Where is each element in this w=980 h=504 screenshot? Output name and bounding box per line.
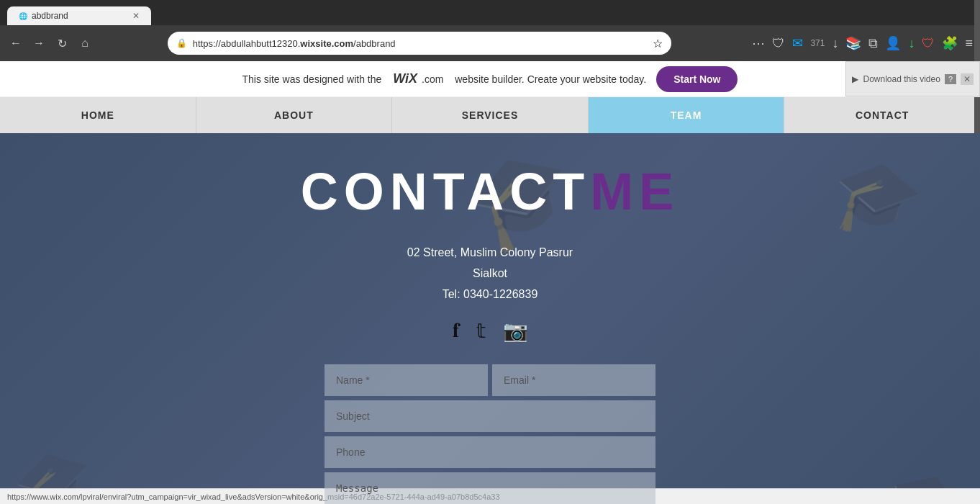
- main-content: 🎓 🎓 🎓 🎓 CONTACT ME 02 Street, Muslim Col…: [0, 133, 980, 504]
- browser-tab[interactable]: 🌐 abdbrand ✕: [7, 6, 151, 25]
- close-download-bar-button[interactable]: ✕: [961, 73, 974, 85]
- download-video-bar: ▶ Download this video ? ✕: [845, 61, 980, 96]
- forward-button[interactable]: →: [30, 35, 47, 52]
- mail-icon[interactable]: ✉: [792, 35, 803, 51]
- name-input[interactable]: [325, 364, 488, 396]
- pocket-button[interactable]: 🛡: [772, 36, 785, 51]
- wix-dot-com: .com: [422, 73, 443, 85]
- phone-input[interactable]: [325, 436, 655, 468]
- message-input[interactable]: [325, 472, 655, 504]
- nav-item-about[interactable]: about: [196, 97, 393, 133]
- profile-button[interactable]: 👤: [885, 35, 901, 51]
- nav-home-label: HOME: [81, 109, 114, 121]
- browser-toolbar: ← → ↻ ⌂ 🔒 https://abdullahbutt12320.wixs…: [0, 25, 980, 61]
- social-icons: 𝐟 𝕥 📷: [453, 319, 528, 343]
- nav-team-label: team: [671, 109, 702, 121]
- twitter-icon[interactable]: 𝕥: [476, 319, 486, 343]
- pocket-count: 371: [810, 38, 825, 48]
- home-button[interactable]: ⌂: [76, 35, 94, 52]
- split-view-button[interactable]: ⧉: [868, 36, 878, 51]
- browser-action-buttons: ⋯ 🛡 ✉ 371 ↓ 📚 ⧉ 👤 ↓ 🛡 🧩 ≡: [752, 35, 973, 51]
- address-bar[interactable]: 🔒 https://abdullahbutt12320.wixsite.com/…: [168, 32, 671, 55]
- start-now-button[interactable]: Start Now: [656, 66, 738, 92]
- back-button[interactable]: ←: [7, 35, 24, 52]
- contact-purple-text: ME: [590, 162, 679, 221]
- refresh-button[interactable]: ↻: [53, 35, 71, 52]
- address-block: 02 Street, Muslim Colony Pasrur Sialkot …: [407, 243, 573, 305]
- lock-icon: 🔒: [176, 38, 187, 48]
- tab-bar: 🌐 abdbrand ✕: [0, 0, 980, 25]
- nav-item-home[interactable]: HOME: [0, 97, 196, 133]
- download-help-button[interactable]: ?: [945, 74, 956, 84]
- shield-button[interactable]: 🛡: [922, 36, 935, 51]
- email-input[interactable]: [492, 364, 655, 396]
- hamburger-button[interactable]: ≡: [965, 36, 973, 51]
- subject-input[interactable]: [325, 400, 655, 432]
- wix-builder-text: website builder. Create your website tod…: [455, 73, 646, 85]
- url-text: https://abdullahbutt12320.wixsite.com/ab…: [193, 38, 647, 49]
- nav-item-services[interactable]: services: [392, 97, 589, 133]
- close-tab-button[interactable]: ✕: [132, 11, 140, 21]
- wix-logo: WiX: [393, 71, 417, 86]
- wix-banner: This site was designed with the WiX .com…: [0, 61, 980, 97]
- nav-item-contact[interactable]: contact: [784, 97, 980, 133]
- contact-heading: CONTACT ME: [301, 162, 680, 221]
- more-options-button[interactable]: ⋯: [752, 35, 765, 51]
- library-button[interactable]: 📚: [845, 35, 861, 51]
- nav-services-label: services: [462, 109, 519, 121]
- form-row-name-email: [325, 364, 655, 396]
- nav-item-team[interactable]: team: [589, 97, 785, 133]
- bookmark-icon[interactable]: ☆: [653, 37, 663, 50]
- site-navigation: HOME about services team contact: [0, 97, 980, 133]
- facebook-icon[interactable]: 𝐟: [453, 319, 459, 343]
- contact-form: [325, 364, 655, 504]
- download-video-link[interactable]: Download this video: [863, 74, 940, 84]
- nav-contact-label: contact: [856, 109, 909, 121]
- nav-about-label: about: [274, 109, 314, 121]
- tab-favicon: 🌐: [19, 12, 27, 20]
- downloader-icon[interactable]: ↓: [908, 36, 915, 51]
- wix-banner-text: This site was designed with the: [242, 73, 382, 85]
- address-line-3: Tel: 0340-1226839: [407, 284, 573, 305]
- play-icon: ▶: [852, 74, 858, 84]
- extension-button[interactable]: 🧩: [942, 35, 958, 51]
- download-browser-button[interactable]: ↓: [832, 36, 838, 51]
- contact-white-text: CONTACT: [301, 162, 591, 221]
- cap-decoration-2: 🎓: [826, 148, 930, 247]
- address-line-1: 02 Street, Muslim Colony Pasrur: [407, 243, 573, 264]
- tab-title: abdbrand: [32, 11, 68, 21]
- address-line-2: Sialkot: [407, 264, 573, 284]
- instagram-icon[interactable]: 📷: [503, 319, 528, 343]
